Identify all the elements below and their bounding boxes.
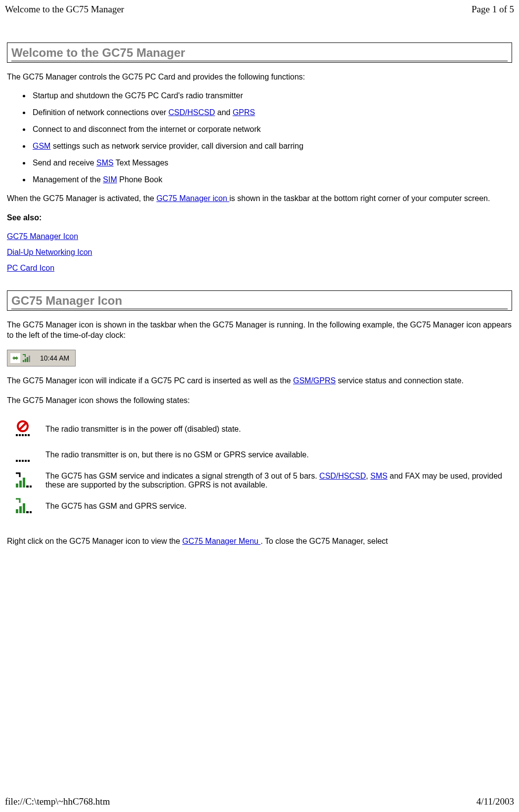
- svg-line-8: [19, 422, 27, 430]
- table-row: The radio transmitter is in the power of…: [7, 418, 512, 440]
- table-row: The radio transmitter is on, but there i…: [7, 444, 512, 466]
- section-title-box-icon: GC75 Manager Icon: [7, 290, 512, 311]
- svg-rect-6: [29, 356, 30, 362]
- signal-bars-icon: [22, 353, 32, 363]
- svg-rect-19: [16, 484, 18, 487]
- svg-rect-20: [19, 481, 22, 487]
- state-description: The radio transmitter is on, but there i…: [45, 444, 512, 466]
- gc75-manager-menu-link[interactable]: GC75 Manager Menu: [182, 537, 260, 545]
- svg-rect-4: [25, 359, 26, 362]
- gsm-link[interactable]: GSM: [33, 142, 50, 150]
- page-header: Welcome to the GC75 Manager Page 1 of 5: [0, 0, 519, 20]
- taskbar-example: 10:44 AM: [7, 350, 76, 366]
- svg-rect-3: [23, 360, 24, 362]
- gsm-gprs-service-icon: [15, 497, 42, 515]
- sms-state-link[interactable]: SMS: [370, 472, 388, 480]
- csd-hscsd-state-link[interactable]: CSD/HSCSD: [319, 472, 366, 480]
- section-title-box-welcome: Welcome to the GC75 Manager: [7, 42, 512, 63]
- pc-card-icon-link[interactable]: PC Card Icon: [7, 264, 54, 272]
- svg-rect-14: [16, 460, 18, 462]
- svg-rect-21: [23, 478, 25, 487]
- table-row: The GC75 has GSM service and indicates a…: [7, 470, 512, 491]
- svg-rect-5: [27, 357, 28, 362]
- list-item: GSM settings such as network service pro…: [31, 142, 512, 151]
- section-title-icon: GC75 Manager Icon: [11, 294, 508, 309]
- svg-rect-25: [19, 506, 22, 513]
- state-description: The GC75 has GSM service and indicates a…: [45, 470, 512, 491]
- header-page-number: Page 1 of 5: [472, 4, 514, 15]
- csd-hscsd-link[interactable]: CSD/HSCSD: [169, 108, 215, 117]
- svg-rect-18: [28, 460, 30, 462]
- section-title-welcome: Welcome to the GC75 Manager: [11, 46, 508, 61]
- sms-link[interactable]: SMS: [96, 159, 114, 167]
- right-click-paragraph: Right click on the GC75 Manager icon to …: [7, 536, 512, 547]
- list-item: Management of the SIM Phone Book: [31, 175, 512, 184]
- states-intro-paragraph: The GC75 Manager icon shows the followin…: [7, 395, 512, 406]
- svg-rect-13: [28, 434, 30, 436]
- svg-rect-15: [19, 460, 21, 462]
- list-item: Connect to and disconnect from the inter…: [31, 125, 512, 134]
- gsm-service-icon: [15, 472, 42, 489]
- sim-link[interactable]: SIM: [103, 175, 117, 184]
- gc75-manager-icon-see-also-link[interactable]: GC75 Manager Icon: [7, 232, 78, 241]
- svg-rect-10: [19, 434, 21, 436]
- see-also-heading: See also:: [7, 212, 512, 223]
- gc75-manager-icon-link[interactable]: GC75 Manager icon: [156, 194, 229, 203]
- svg-rect-17: [25, 460, 27, 462]
- svg-rect-9: [16, 434, 18, 436]
- page-footer: file://C:\temp\~hhC768.htm 4/11/2003: [0, 793, 519, 812]
- table-row: The GC75 has GSM and GPRS service.: [7, 495, 512, 517]
- svg-rect-12: [25, 434, 27, 436]
- list-item: Send and receive SMS Text Messages: [31, 159, 512, 167]
- footer-path: file://C:\temp\~hhC768.htm: [5, 796, 110, 807]
- gsm-gprs-link[interactable]: GSM/GPRS: [293, 376, 336, 385]
- state-description: The GC75 has GSM and GPRS service.: [45, 495, 512, 517]
- svg-rect-27: [26, 511, 29, 513]
- dial-up-networking-icon-link[interactable]: Dial-Up Networking Icon: [7, 248, 92, 256]
- list-item: Definition of network connections over C…: [31, 108, 512, 117]
- svg-rect-28: [30, 511, 32, 513]
- footer-date: 4/11/2003: [476, 796, 514, 807]
- svg-rect-23: [30, 486, 32, 487]
- network-arrows-icon: [10, 353, 20, 363]
- taskbar-clock: 10:44 AM: [40, 354, 72, 362]
- icon-intro-paragraph: The GC75 Manager icon is shown in the ta…: [7, 320, 512, 341]
- state-description: The radio transmitter is in the power of…: [45, 418, 512, 440]
- activation-paragraph: When the GC75 Manager is activated, the …: [7, 193, 512, 204]
- svg-rect-11: [22, 434, 24, 436]
- list-item: Startup and shutdown the GC75 PC Card's …: [31, 91, 512, 100]
- intro-paragraph: The GC75 Manager controls the GC75 PC Ca…: [7, 72, 512, 82]
- gprs-link[interactable]: GPRS: [233, 108, 255, 117]
- radio-off-icon: [15, 420, 42, 438]
- states-table: The radio transmitter is in the power of…: [7, 414, 512, 521]
- svg-rect-24: [16, 509, 18, 513]
- svg-rect-26: [23, 503, 25, 513]
- no-service-icon: [15, 446, 42, 464]
- svg-rect-22: [26, 486, 29, 487]
- icon-indicate-paragraph: The GC75 Manager icon will indicate if a…: [7, 375, 512, 386]
- main-content: Welcome to the GC75 Manager The GC75 Man…: [0, 42, 519, 547]
- header-title: Welcome to the GC75 Manager: [5, 4, 124, 15]
- svg-rect-16: [22, 460, 24, 462]
- features-list: Startup and shutdown the GC75 PC Card's …: [7, 91, 512, 184]
